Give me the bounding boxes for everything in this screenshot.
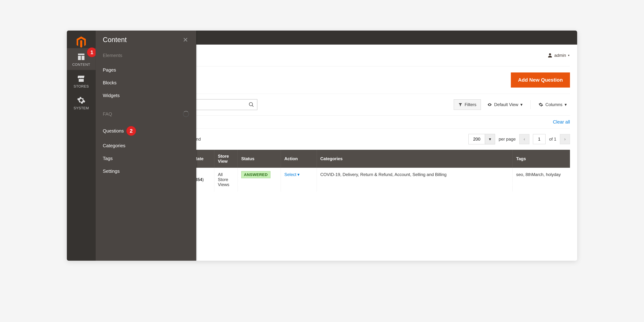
user-icon bbox=[548, 53, 552, 58]
per-page-label: per page bbox=[499, 137, 516, 142]
search-icon bbox=[248, 102, 254, 108]
per-page-value[interactable] bbox=[468, 134, 485, 144]
nav-system[interactable]: SYSTEM bbox=[67, 92, 96, 113]
of-pages-label: of 1 bbox=[549, 137, 556, 142]
col-action[interactable]: Action bbox=[281, 150, 316, 168]
system-gear-icon bbox=[77, 96, 86, 105]
chevron-down-icon: ▼ bbox=[568, 54, 570, 57]
clear-all-link[interactable]: Clear all bbox=[553, 119, 570, 125]
nav-content-label: CONTENT bbox=[67, 63, 96, 67]
filters-button[interactable]: Filters bbox=[454, 99, 481, 110]
chevron-down-icon: ▾ bbox=[520, 102, 522, 107]
page-number-input[interactable] bbox=[533, 134, 546, 144]
tags-cell: seo, 8thMarch, holyday bbox=[512, 168, 570, 191]
submenu-title: Content bbox=[103, 36, 127, 44]
submenu-widgets[interactable]: Widgets bbox=[103, 89, 189, 102]
submenu-tags[interactable]: Tags bbox=[103, 152, 189, 165]
columns-dropdown[interactable]: Columns ▾ bbox=[535, 102, 570, 107]
submenu-categories[interactable]: Categories bbox=[103, 139, 189, 152]
default-view-dropdown[interactable]: Default View ▾ bbox=[484, 102, 526, 107]
magento-logo-icon bbox=[75, 36, 87, 48]
submenu-blocks[interactable]: Blocks bbox=[103, 76, 189, 89]
gear-icon bbox=[538, 102, 543, 107]
submenu-settings[interactable]: Settings bbox=[103, 165, 189, 178]
content-icon bbox=[77, 53, 86, 61]
chevron-down-icon: ▾ bbox=[564, 102, 567, 107]
nav-system-label: SYSTEM bbox=[67, 106, 96, 110]
group-faq-heading: FAQ bbox=[103, 111, 189, 117]
close-icon[interactable]: ✕ bbox=[182, 36, 189, 44]
next-page-button[interactable]: › bbox=[560, 134, 570, 144]
nav-stores-label: STORES bbox=[67, 84, 96, 89]
user-name: admin bbox=[554, 53, 566, 58]
categories-cell: COVID-19, Delivery, Return & Refund, Acc… bbox=[316, 168, 512, 191]
add-new-question-button[interactable]: Add New Question bbox=[511, 73, 570, 88]
col-tags[interactable]: Tags bbox=[512, 150, 570, 168]
callout-badge-1: 1 bbox=[87, 48, 97, 57]
eye-icon bbox=[487, 102, 492, 107]
col-status[interactable]: Status bbox=[238, 150, 281, 168]
nav-stores[interactable]: STORES bbox=[67, 70, 96, 92]
chevron-down-icon: ▾ bbox=[298, 172, 300, 177]
group-elements-heading: Elements bbox=[103, 53, 189, 58]
app-window: CONTENT 1 STORES SYSTEM Content ✕ Elemen… bbox=[67, 31, 577, 261]
col-categories[interactable]: Categories bbox=[316, 150, 512, 168]
store-view-cell: All Store Views bbox=[214, 168, 238, 191]
per-page-select[interactable]: ▾ bbox=[468, 134, 495, 144]
callout-badge-2: 2 bbox=[126, 126, 136, 136]
chevron-down-icon[interactable]: ▾ bbox=[485, 134, 495, 144]
status-badge: ANSWERED bbox=[241, 171, 270, 178]
stores-icon bbox=[77, 74, 86, 83]
nav-content[interactable]: CONTENT 1 bbox=[67, 48, 96, 70]
col-store-view[interactable]: Store View bbox=[214, 150, 238, 168]
submenu-questions[interactable]: Questions 2 bbox=[103, 122, 189, 139]
content-submenu: Content ✕ Elements Pages Blocks Widgets … bbox=[96, 31, 196, 261]
submenu-pages[interactable]: Pages bbox=[103, 64, 189, 76]
spinner-icon bbox=[183, 111, 189, 117]
prev-page-button[interactable]: ‹ bbox=[519, 134, 529, 144]
nav-rail: CONTENT 1 STORES SYSTEM bbox=[67, 31, 96, 261]
row-action-select[interactable]: Select ▾ bbox=[284, 172, 313, 177]
filter-icon bbox=[458, 103, 462, 107]
